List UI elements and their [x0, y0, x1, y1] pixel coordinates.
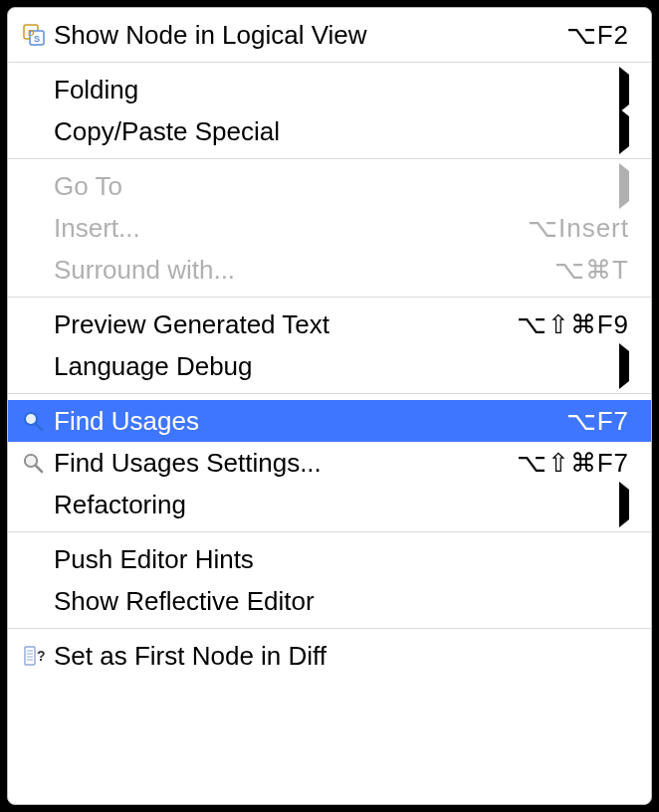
- menu-item-label: Show Reflective Editor: [54, 586, 629, 617]
- submenu-arrow-icon: [619, 171, 629, 202]
- menu-item-push-editor-hints[interactable]: Push Editor Hints: [8, 538, 651, 580]
- submenu-arrow-icon: [619, 351, 629, 382]
- menu-item-shortcut: ⌥⌘T: [535, 255, 629, 286]
- menu-separator: [8, 158, 651, 159]
- svg-line-8: [36, 466, 42, 472]
- search-icon: [22, 452, 54, 474]
- menu-item-shortcut: ⌥F2: [547, 20, 629, 51]
- menu-separator: [8, 628, 651, 629]
- menu-item-label: Refactoring: [54, 490, 619, 520]
- menu-item-label: Set as First Node in Diff: [54, 641, 629, 672]
- menu-item-label: Go To: [54, 171, 619, 202]
- svg-line-5: [36, 424, 42, 430]
- menu-item-label: Copy/Paste Special: [54, 116, 619, 147]
- menu-item-label: Insert...: [54, 213, 508, 244]
- menu-item-shortcut: ⌥⇧⌘F9: [497, 309, 629, 340]
- menu-item-find-usages-settings[interactable]: Find Usages Settings... ⌥⇧⌘F7: [8, 442, 651, 484]
- menu-item-label: Push Editor Hints: [54, 544, 629, 575]
- svg-text:?: ?: [37, 648, 46, 664]
- menu-separator: [8, 62, 651, 63]
- menu-item-refactoring[interactable]: Refactoring: [8, 484, 651, 525]
- svg-point-6: [26, 414, 36, 424]
- menu-item-label: Find Usages Settings...: [54, 448, 497, 479]
- menu-item-label: Show Node in Logical View: [54, 20, 547, 51]
- menu-separator: [8, 393, 651, 394]
- menu-item-preview-generated-text[interactable]: Preview Generated Text ⌥⇧⌘F9: [8, 304, 651, 345]
- menu-item-set-first-node-diff[interactable]: ? Set as First Node in Diff: [8, 635, 651, 677]
- svg-point-9: [26, 456, 36, 466]
- context-menu: D S Show Node in Logical View ⌥F2 Foldin…: [7, 7, 652, 805]
- logical-view-icon: D S: [22, 23, 54, 47]
- diff-icon: ?: [22, 644, 54, 668]
- menu-item-copy-paste-special[interactable]: Copy/Paste Special: [8, 110, 651, 152]
- menu-item-label: Language Debug: [54, 351, 619, 382]
- menu-item-label: Folding: [54, 75, 619, 105]
- submenu-arrow-icon: [619, 75, 629, 105]
- menu-item-find-usages[interactable]: Find Usages ⌥F7: [8, 400, 651, 442]
- menu-item-folding[interactable]: Folding: [8, 69, 651, 110]
- menu-separator: [8, 297, 651, 298]
- svg-text:S: S: [34, 34, 40, 44]
- menu-item-label: Find Usages: [54, 406, 547, 437]
- menu-item-shortcut: ⌥⇧⌘F7: [497, 448, 629, 479]
- menu-item-show-node-logical-view[interactable]: D S Show Node in Logical View ⌥F2: [8, 14, 651, 56]
- menu-item-shortcut: ⌥F7: [547, 406, 629, 437]
- menu-item-language-debug[interactable]: Language Debug: [8, 345, 651, 387]
- submenu-arrow-icon: [619, 116, 629, 147]
- menu-separator: [8, 531, 651, 532]
- search-icon: [22, 410, 54, 432]
- svg-rect-10: [25, 647, 35, 665]
- menu-item-label: Surround with...: [54, 255, 535, 286]
- menu-item-shortcut: ⌥Insert: [508, 213, 629, 244]
- menu-item-insert: Insert... ⌥Insert: [8, 207, 651, 249]
- menu-item-go-to: Go To: [8, 165, 651, 207]
- menu-item-label: Preview Generated Text: [54, 309, 497, 340]
- menu-item-show-reflective-editor[interactable]: Show Reflective Editor: [8, 580, 651, 622]
- submenu-arrow-icon: [619, 490, 629, 520]
- menu-item-surround-with: Surround with... ⌥⌘T: [8, 249, 651, 291]
